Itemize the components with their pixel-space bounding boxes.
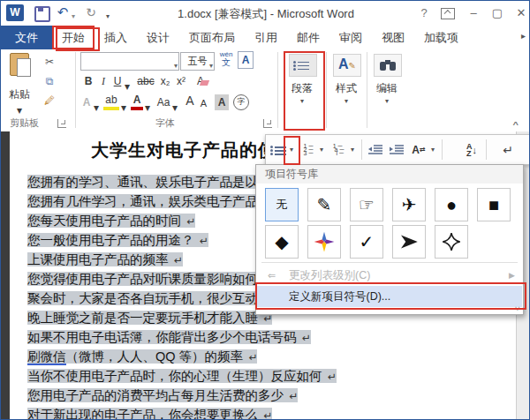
ribbon-display-options-icon[interactable] bbox=[441, 8, 455, 19]
bullet-pointing-hand[interactable]: ☞ bbox=[350, 188, 383, 221]
bullet-arrowhead[interactable] bbox=[392, 225, 426, 259]
bullet-four-point-star[interactable] bbox=[435, 225, 468, 259]
font-name-combo[interactable]: ▾ bbox=[80, 52, 179, 71]
editing-group-arrow[interactable]: ▾ bbox=[369, 97, 405, 105]
save-icon[interactable] bbox=[34, 6, 50, 22]
increase-indent-button[interactable] bbox=[387, 139, 406, 161]
italic-button[interactable]: I bbox=[98, 73, 109, 89]
restore-icon[interactable]: ▢ bbox=[488, 4, 507, 22]
tab-insert[interactable]: 插入 bbox=[95, 26, 137, 49]
editing-group-icon[interactable] bbox=[374, 54, 402, 77]
document-line[interactable]: 当你不使用电子产品时，你的心理（生理）反应如何 ↵ bbox=[27, 366, 522, 386]
superscript-button[interactable]: x² bbox=[174, 73, 188, 89]
document-line[interactable]: 刷微信（微博，人人、QQ 等）的频率 ↵ bbox=[27, 347, 522, 366]
tab-home[interactable]: 开始 bbox=[52, 26, 95, 49]
pilcrow-mark: ↵ bbox=[169, 254, 183, 266]
bullets-button[interactable] bbox=[270, 139, 285, 161]
resize-grip[interactable]: ∵ bbox=[515, 304, 521, 313]
pilcrow-mark: ↵ bbox=[258, 409, 272, 420]
tab-references[interactable]: 引用 bbox=[245, 26, 287, 49]
highlight-color-icon[interactable]: ab bbox=[103, 94, 119, 110]
font-name-arrow[interactable]: ▾ bbox=[174, 57, 178, 74]
tab-design[interactable]: 设计 bbox=[137, 26, 179, 49]
change-case-arrow[interactable]: ▾ bbox=[171, 100, 178, 116]
show-hide-marks-button[interactable]: ↵ bbox=[497, 139, 519, 161]
character-border-icon[interactable]: A bbox=[238, 51, 254, 69]
tab-page-layout[interactable]: 页面布局 bbox=[179, 26, 245, 49]
numbering-dropdown-arrow[interactable]: ▾ bbox=[317, 139, 326, 161]
cut-icon[interactable]: ✂ bbox=[42, 54, 57, 70]
font-size-arrow[interactable]: ▾ bbox=[209, 57, 213, 74]
copy-icon[interactable]: ⧉ bbox=[42, 73, 57, 89]
undo-dropdown-arrow[interactable]: ▾ bbox=[70, 8, 77, 26]
redo-icon[interactable]: ↻ bbox=[84, 4, 98, 21]
strikethrough-button[interactable]: abc bbox=[135, 73, 156, 89]
grow-font-button[interactable]: A bbox=[183, 93, 197, 109]
format-painter-icon[interactable]: 🖉 bbox=[42, 93, 57, 109]
text-effects-arrow[interactable]: ▾ bbox=[93, 100, 100, 116]
font-color-dropdown-arrow[interactable]: ▾ bbox=[144, 100, 151, 116]
phonetic-guide-icon[interactable]: wén 文 bbox=[218, 50, 234, 66]
bullet-airplane[interactable]: ✈ bbox=[392, 188, 426, 221]
document-heading: 大学生对电子产品的使 bbox=[91, 139, 276, 162]
bullet-filled-circle[interactable]: ● bbox=[435, 188, 468, 221]
tab-review[interactable]: 审阅 bbox=[329, 26, 372, 49]
bullet-check-mark[interactable]: ✓ bbox=[350, 225, 383, 259]
bullet-pencil[interactable]: ✎ bbox=[307, 188, 341, 221]
bullet-library-dropdown: 项目符号库 无✎☞✈●■◆✓ ⇐ 更改列表级别(C) ▶ 定义新项目符号(D).… bbox=[255, 164, 524, 315]
enclose-characters-icon[interactable]: 字 bbox=[233, 94, 249, 110]
multilevel-list-button[interactable]: 1 ─ a ─ i ─ bbox=[329, 139, 347, 161]
qat-customize-arrow[interactable]: ▾ bbox=[103, 8, 112, 26]
define-new-bullet-item[interactable]: 定义新项目符号(D)... bbox=[257, 286, 522, 307]
change-case-button[interactable]: Aa bbox=[155, 94, 172, 110]
bullet-filled-diamond[interactable]: ◆ bbox=[265, 225, 299, 259]
subscript-button[interactable]: x₂ bbox=[158, 73, 172, 89]
undo-icon[interactable]: ↶ bbox=[56, 4, 70, 21]
tab-view[interactable]: 视图 bbox=[372, 26, 414, 49]
document-line[interactable]: 您用电子产品的消费平均占每月生活费的多少 ↵ bbox=[27, 386, 522, 405]
clipboard-dialog-launcher[interactable] bbox=[57, 119, 66, 128]
document-line[interactable]: 如果不用电子电话簿，你能背出多少个电话号码 ↵ bbox=[27, 327, 522, 347]
highlight-dropdown-arrow[interactable]: ▾ bbox=[120, 100, 127, 116]
bullet-color-star[interactable] bbox=[307, 225, 341, 259]
asian-layout-button[interactable]: A⇄ bbox=[410, 139, 428, 161]
hyperlink-text[interactable]: 刷微信 bbox=[27, 349, 66, 365]
tab-mailings[interactable]: 邮件 bbox=[287, 26, 329, 49]
paste-label: 粘贴 bbox=[4, 86, 34, 102]
submenu-arrow-icon: ▶ bbox=[509, 265, 515, 286]
text-effects-icon[interactable]: A bbox=[80, 94, 93, 110]
sort-button[interactable]: AZ ↓ bbox=[462, 139, 481, 161]
tab-addins[interactable]: 加载项 bbox=[414, 26, 468, 49]
character-shading-button[interactable]: A bbox=[215, 94, 229, 110]
underline-dropdown-arrow[interactable]: ▾ bbox=[124, 79, 131, 94]
document-line[interactable]: 对于新出现的电子产品，你会想要更换么 ↵ bbox=[27, 405, 522, 420]
close-icon[interactable]: ✕ bbox=[511, 4, 530, 22]
multilevel-dropdown-arrow[interactable]: ▾ bbox=[348, 139, 357, 161]
more-tabs-icon[interactable]: ▸ bbox=[521, 31, 526, 41]
clear-formatting-icon[interactable]: A bbox=[193, 73, 208, 89]
paragraph-group-icon[interactable] bbox=[289, 54, 317, 77]
font-dialog-launcher[interactable] bbox=[263, 119, 272, 128]
bold-button[interactable]: B bbox=[82, 73, 95, 89]
styles-group-arrow[interactable]: ▾ bbox=[329, 97, 364, 105]
numbering-button[interactable]: 1 ─2 ─3 ─ bbox=[300, 139, 316, 161]
shrink-font-button[interactable]: A bbox=[198, 95, 209, 111]
underline-button[interactable]: U bbox=[112, 73, 123, 89]
decrease-indent-button[interactable] bbox=[366, 139, 385, 161]
help-icon[interactable]: ? bbox=[414, 4, 434, 22]
font-color-icon[interactable]: A bbox=[131, 94, 143, 110]
paragraph-group-arrow[interactable]: ▾ bbox=[284, 97, 320, 105]
bullets-dropdown-arrow[interactable]: ▾ bbox=[286, 139, 297, 161]
clipboard-group-label: 剪贴板 bbox=[10, 116, 39, 130]
tab-file[interactable]: 文件 bbox=[1, 26, 52, 49]
title-bar: W ↶ ▾ ↻ ▾ 1.docx [兼容模式] - Microsoft Word… bbox=[1, 1, 530, 26]
styles-group-icon[interactable]: A✎ bbox=[333, 54, 361, 77]
font-group-label: 字体 bbox=[155, 116, 175, 130]
define-new-bullet-label: 定义新项目符号(D)... bbox=[289, 286, 390, 307]
collapse-ribbon-icon[interactable]: ^ bbox=[513, 120, 519, 129]
bullet-none[interactable]: 无 bbox=[265, 188, 299, 221]
bullet-filled-square[interactable]: ■ bbox=[477, 188, 511, 221]
asian-layout-arrow[interactable]: ▾ bbox=[428, 139, 437, 161]
font-size-combo[interactable]: 五号▾ bbox=[180, 52, 215, 71]
minimize-icon[interactable]: – bbox=[464, 4, 483, 22]
